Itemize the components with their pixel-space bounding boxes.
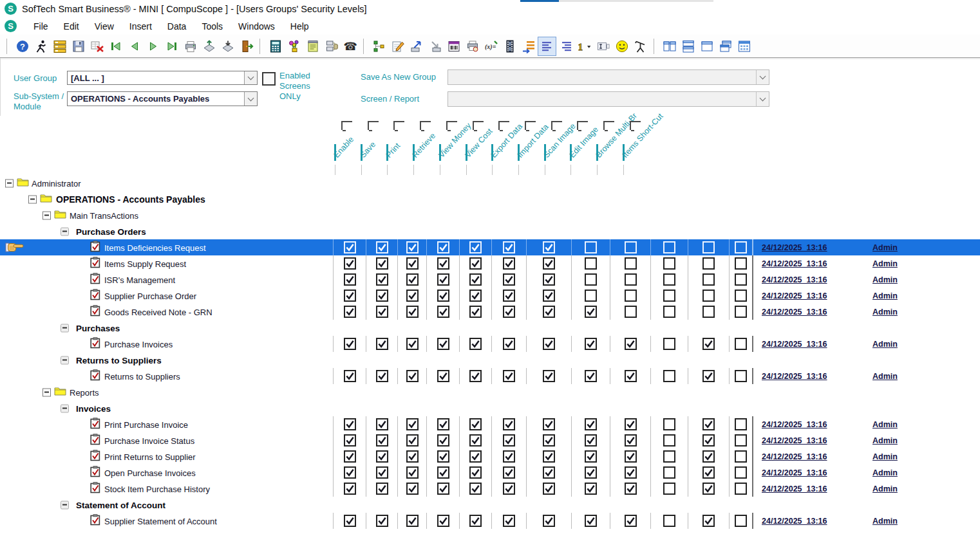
permission-checkbox-checked[interactable] — [376, 434, 388, 447]
collapse-expander-icon[interactable] — [61, 404, 69, 412]
permission-checkbox-checked[interactable] — [702, 515, 715, 527]
indent-list-icon[interactable] — [519, 37, 538, 56]
node-label-main-transactions[interactable]: Main TransActions — [70, 210, 138, 220]
permission-checkbox-checked[interactable] — [543, 306, 555, 318]
modified-by-link[interactable]: Admin — [872, 372, 898, 381]
permission-checkbox-checked[interactable] — [585, 418, 597, 430]
modified-by-link[interactable]: Admin — [872, 308, 898, 317]
permission-checkbox-checked[interactable] — [437, 466, 449, 479]
permission-checkbox-checked[interactable] — [469, 306, 482, 318]
tree-item-row[interactable]: Items Deficiencies Request24/12/2025 13:… — [0, 239, 980, 255]
import-arrow-icon[interactable] — [426, 37, 444, 56]
tree-item-row[interactable]: Supplier Statement of Account24/12/2025 … — [0, 513, 980, 529]
last-modified-link[interactable]: 24/12/2025 13:16 — [762, 259, 827, 268]
last-modified-link[interactable]: 24/12/2025 13:16 — [762, 243, 827, 252]
permission-checkbox-checked[interactable] — [344, 273, 356, 286]
permission-checkbox-checked[interactable] — [469, 483, 482, 495]
formula-icon[interactable]: (x)= — [482, 37, 500, 56]
tree-item-row[interactable]: Purchase Invoice Status24/12/2025 13:16A… — [0, 432, 980, 448]
print-icon[interactable] — [181, 37, 200, 56]
permission-checkbox-unchecked[interactable] — [625, 306, 637, 318]
menu-app-icon[interactable]: S — [5, 20, 17, 32]
menu-item-file[interactable]: File — [26, 19, 56, 33]
node-label-returns-to-suppliers[interactable]: Returns to Suppliers — [104, 371, 180, 381]
permission-checkbox-unchecked[interactable] — [702, 257, 715, 270]
enabled-screens-checkbox[interactable] — [262, 72, 276, 86]
permission-checkbox-unchecked[interactable] — [585, 257, 597, 270]
permission-checkbox-checked[interactable] — [344, 306, 356, 318]
modified-by-link[interactable]: Admin — [872, 259, 898, 268]
permission-checkbox-checked[interactable] — [437, 450, 449, 463]
permission-checkbox-unchecked[interactable] — [702, 290, 715, 302]
permission-checkbox-checked[interactable] — [406, 257, 419, 270]
sub-system-select[interactable]: OPERATIONS - Accounts Payables — [67, 91, 258, 106]
permission-checkbox-checked[interactable] — [344, 466, 356, 479]
collapse-expander-icon[interactable] — [61, 356, 69, 364]
chevron-down-icon[interactable] — [244, 71, 257, 84]
last-modified-link[interactable]: 24/12/2025 13:16 — [762, 468, 827, 477]
menu-item-edit[interactable]: Edit — [56, 19, 87, 33]
node-label-print-purchase-invoice[interactable]: Print Purchase Invoice — [104, 419, 188, 429]
permission-checkbox-unchecked[interactable] — [735, 450, 747, 463]
nav-next-icon[interactable] — [144, 37, 162, 56]
tree-item-row[interactable]: Supplier Purchase Order24/12/2025 13:16A… — [0, 288, 980, 304]
permission-checkbox-checked[interactable] — [625, 434, 637, 447]
help-icon[interactable]: ? — [13, 37, 32, 56]
permission-checkbox-checked[interactable] — [406, 241, 419, 253]
last-modified-link[interactable]: 24/12/2025 13:16 — [762, 308, 827, 317]
permission-checkbox-checked[interactable] — [585, 338, 597, 350]
permission-checkbox-unchecked[interactable] — [663, 483, 675, 495]
select-all-column-11[interactable] — [603, 121, 614, 130]
menu-item-help[interactable]: Help — [283, 19, 317, 33]
modified-by-link[interactable]: Admin — [872, 517, 898, 526]
permission-checkbox-checked[interactable] — [469, 338, 482, 350]
tree-folder-row[interactable]: Reports — [0, 384, 980, 400]
permission-checkbox-checked[interactable] — [702, 338, 715, 350]
permission-checkbox-checked[interactable] — [625, 338, 637, 350]
smiley-icon[interactable] — [612, 37, 631, 56]
node-label-items-deficiencies-request[interactable]: Items Deficiencies Request — [104, 243, 206, 252]
select-all-column-8[interactable] — [525, 121, 536, 130]
permission-checkbox-unchecked[interactable] — [663, 338, 675, 350]
tree-item-row[interactable]: Returns to Suppliers24/12/2025 13:16Admi… — [0, 368, 980, 384]
select-all-column-9[interactable] — [551, 121, 562, 130]
permission-checkbox-checked[interactable] — [702, 466, 715, 479]
telescope-icon[interactable] — [631, 37, 650, 56]
permission-checkbox-unchecked[interactable] — [625, 290, 637, 302]
tree-group-row[interactable]: Statement of Account — [0, 497, 980, 513]
tree-group-row[interactable]: Returns to Suppliers — [0, 352, 980, 368]
permission-checkbox-checked[interactable] — [503, 370, 515, 382]
tree-item-row[interactable]: Purchase Invoices24/12/2025 13:16Admin — [0, 336, 980, 352]
node-label-purchase-invoice-status[interactable]: Purchase Invoice Status — [104, 436, 194, 445]
select-all-column-2[interactable] — [368, 121, 379, 130]
select-all-column-10[interactable] — [577, 121, 588, 130]
tree-folder-row[interactable]: OPERATIONS - Accounts Payables — [0, 191, 980, 207]
permission-checkbox-checked[interactable] — [625, 515, 637, 527]
tree-item-row[interactable]: ISR's Management24/12/2025 13:16Admin — [0, 272, 980, 288]
permission-checkbox-checked[interactable] — [469, 515, 482, 527]
permission-checkbox-unchecked[interactable] — [735, 241, 747, 253]
collapse-expander-icon[interactable] — [42, 388, 51, 396]
node-label-stock-item-purchase-history[interactable]: Stock Item Purchase History — [104, 484, 210, 493]
tile-vertical-icon[interactable] — [660, 37, 679, 56]
permission-checkbox-checked[interactable] — [503, 450, 515, 463]
node-label-supplier-purchase-order[interactable]: Supplier Purchase Order — [104, 291, 196, 300]
permission-checkbox-unchecked[interactable] — [625, 273, 637, 286]
permission-checkbox-unchecked[interactable] — [663, 370, 675, 382]
permission-checkbox-unchecked[interactable] — [735, 290, 747, 302]
permission-checkbox-checked[interactable] — [344, 418, 356, 430]
node-label-reports[interactable]: Reports — [70, 387, 99, 397]
nav-first-icon[interactable] — [106, 37, 125, 56]
exit-door-icon[interactable] — [237, 37, 256, 56]
permission-checkbox-checked[interactable] — [344, 434, 356, 447]
permission-checkbox-checked[interactable] — [376, 515, 388, 527]
permission-checkbox-checked[interactable] — [469, 418, 482, 430]
modified-by-link[interactable]: Admin — [872, 243, 898, 252]
permission-checkbox-unchecked[interactable] — [663, 257, 675, 270]
delete-record-icon[interactable] — [88, 37, 106, 56]
save-icon[interactable] — [69, 37, 88, 56]
permission-checkbox-checked[interactable] — [543, 273, 555, 286]
permission-checkbox-checked[interactable] — [543, 290, 555, 302]
permission-checkbox-checked[interactable] — [625, 450, 637, 463]
modified-by-link[interactable]: Admin — [872, 420, 898, 429]
